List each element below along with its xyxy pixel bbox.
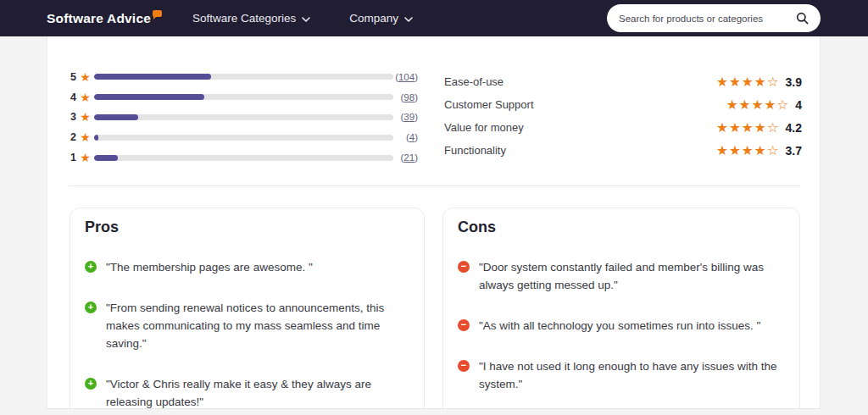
quote-sign-icon: −: [458, 319, 470, 331]
review-quote-text: "Victor & Chris really make it easy & th…: [106, 375, 405, 409]
pros-title: Pros: [85, 219, 405, 236]
chevron-down-icon: [302, 17, 310, 22]
review-quote-text: "I have not used it long enough to have …: [479, 357, 781, 393]
logo-text: Software Advice: [47, 11, 151, 26]
star-rating-icons: ★★★★☆: [716, 121, 779, 135]
review-quote-text: "As with all technology you sometimes ru…: [479, 317, 760, 335]
rating-category-row: Functionality ★★★★☆ 3.7: [444, 139, 802, 162]
rating-category-label: Customer Support: [444, 98, 534, 111]
chevron-down-icon: [404, 17, 413, 22]
review-count-link[interactable]: (4): [406, 132, 418, 142]
main-nav: Software Categories Company: [192, 12, 413, 25]
star-level-label: 4: [69, 91, 76, 103]
cons-title: Cons: [458, 219, 781, 236]
content-area: 5 ★ (104) 4 ★ (98) 3 ★ (39) 2 ★ (4) 1 ★: [47, 36, 821, 409]
rating-bar-fill: [94, 94, 204, 100]
quote-sign-icon: +: [85, 261, 97, 273]
review-count-link[interactable]: (104): [395, 72, 418, 82]
star-icon: ★: [76, 152, 94, 163]
page: Software Advice Software Categories Comp…: [0, 0, 868, 415]
star-level-label: 5: [69, 71, 76, 83]
rating-bar-track: [94, 74, 393, 80]
nav-software-categories[interactable]: Software Categories: [192, 12, 310, 25]
rating-distribution-row: 2 ★ (4): [69, 127, 418, 147]
nav-software-categories-label: Software Categories: [192, 12, 296, 25]
rating-value: 4.2: [786, 121, 802, 135]
rating-bar-track: [94, 94, 393, 100]
rating-category-row: Ease-of-use ★★★★☆ 3.9: [444, 70, 802, 93]
star-rating-icons: ★★★★☆: [716, 144, 779, 158]
review-quote-item: + "From sending renewal notices to annou…: [85, 299, 405, 352]
rating-categories: Ease-of-use ★★★★☆ 3.9 Customer Support ★…: [444, 70, 802, 162]
rating-category-label: Functionality: [444, 144, 506, 157]
rating-value: 3.9: [786, 75, 802, 89]
rating-bar-fill: [94, 74, 211, 80]
review-quote-text: "Door system constantly failed and membe…: [479, 258, 781, 294]
quote-sign-icon: +: [85, 378, 97, 390]
search-input[interactable]: [619, 14, 796, 24]
review-quote-item: + "The membership pages are awesome. ": [85, 258, 405, 276]
logo-link[interactable]: Software Advice: [47, 11, 162, 26]
quote-sign-icon: +: [85, 302, 97, 313]
pros-list: + "The membership pages are awesome. " +…: [85, 258, 405, 409]
rating-distribution-row: 5 ★ (104): [69, 67, 418, 87]
review-count-link[interactable]: (98): [401, 92, 418, 102]
search-icon[interactable]: [796, 12, 809, 25]
rating-distribution: 5 ★ (104) 4 ★ (98) 3 ★ (39) 2 ★ (4) 1 ★: [69, 67, 418, 168]
nav-company-label: Company: [349, 12, 398, 25]
pros-card: Pros + "The membership pages are awesome…: [70, 208, 425, 409]
rating-category-row: Value for money ★★★★☆ 4.2: [444, 116, 802, 139]
star-rating-icons: ★★★★☆: [716, 75, 779, 89]
top-navigation-bar: Software Advice Software Categories Comp…: [0, 0, 868, 36]
review-quote-text: "From sending renewal notices to announc…: [106, 299, 405, 352]
rating-category-label: Value for money: [444, 121, 524, 134]
rating-bar-track: [94, 135, 393, 141]
rating-category-label: Ease-of-use: [444, 75, 504, 88]
quote-sign-icon: −: [458, 261, 470, 273]
nav-company[interactable]: Company: [349, 12, 413, 25]
rating-bar-fill: [94, 155, 118, 161]
rating-bar-track: [94, 155, 393, 161]
review-quote-item: − "I have not used it long enough to hav…: [458, 357, 781, 393]
section-divider: [69, 185, 800, 186]
star-rating-icons: ★★★★☆: [726, 98, 789, 112]
star-level-label: 3: [69, 111, 76, 123]
logo-speech-bubble-icon: [153, 10, 162, 17]
cons-card: Cons − "Door system constantly failed an…: [442, 208, 800, 409]
star-icon: ★: [76, 111, 94, 123]
rating-distribution-row: 1 ★ (21): [69, 147, 418, 168]
rating-bar-fill: [94, 114, 138, 120]
rating-value: 4: [795, 98, 802, 112]
cons-list: − "Door system constantly failed and mem…: [458, 258, 781, 393]
rating-category-row: Customer Support ★★★★☆ 4: [444, 93, 802, 116]
star-icon: ★: [76, 131, 94, 143]
review-count-link[interactable]: (39): [401, 112, 418, 122]
star-icon: ★: [76, 71, 94, 83]
rating-value: 3.7: [786, 144, 802, 158]
review-quote-item: − "As with all technology you sometimes …: [458, 317, 781, 335]
rating-distribution-row: 4 ★ (98): [69, 87, 418, 108]
review-quote-text: "The membership pages are awesome. ": [106, 258, 313, 276]
search-box: [607, 4, 821, 32]
review-quote-item: + "Victor & Chris really make it easy & …: [85, 375, 405, 409]
star-level-label: 2: [69, 131, 76, 143]
star-icon: ★: [76, 91, 94, 103]
star-level-label: 1: [69, 152, 76, 163]
rating-distribution-row: 3 ★ (39): [69, 108, 418, 128]
rating-bar-track: [94, 114, 393, 120]
quote-sign-icon: −: [458, 360, 470, 372]
review-count-link[interactable]: (21): [401, 152, 418, 163]
rating-bar-fill: [94, 135, 98, 141]
review-quote-item: − "Door system constantly failed and mem…: [458, 258, 781, 294]
